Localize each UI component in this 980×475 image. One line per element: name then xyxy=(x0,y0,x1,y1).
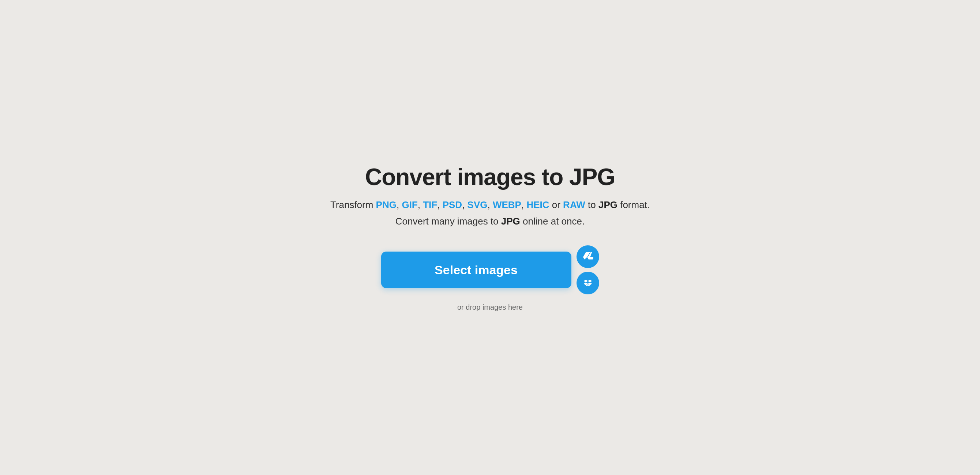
cloud-buttons xyxy=(576,245,599,294)
second-line-bold: JPG xyxy=(501,216,520,227)
comma4: , xyxy=(462,199,467,210)
to-text: to xyxy=(585,199,598,210)
format-heic: HEIC xyxy=(527,199,549,210)
comma6: , xyxy=(521,199,527,210)
main-container: Convert images to JPG Transform PNG, GIF… xyxy=(326,164,655,311)
drop-text: or drop images here xyxy=(457,303,523,311)
format-psd: PSD xyxy=(442,199,462,210)
format-png: PNG xyxy=(376,199,396,210)
format-webp: WEBP xyxy=(493,199,521,210)
target-format: JPG xyxy=(598,199,617,210)
subtitle-line2: Convert many images to JPG online at onc… xyxy=(395,216,585,227)
page-title: Convert images to JPG xyxy=(365,164,615,191)
subtitle-line1: Transform PNG, GIF, TIF, PSD, SVG, WEBP,… xyxy=(330,198,650,212)
second-line-prefix: Convert many images to xyxy=(395,216,501,227)
subtitle-prefix: Transform xyxy=(330,199,376,210)
format-end: format. xyxy=(617,199,650,210)
dropbox-icon xyxy=(582,278,593,289)
second-line-suffix: online at once. xyxy=(520,216,585,227)
comma2: , xyxy=(418,199,423,210)
format-raw: RAW xyxy=(563,199,585,210)
google-drive-icon xyxy=(582,251,593,262)
comma3: , xyxy=(437,199,442,210)
comma1: , xyxy=(396,199,402,210)
comma5: , xyxy=(488,199,493,210)
format-svg: SVG xyxy=(468,199,488,210)
or-text: or xyxy=(549,199,563,210)
select-images-button[interactable]: Select images xyxy=(381,252,571,288)
google-drive-button[interactable] xyxy=(576,245,599,268)
dropbox-button[interactable] xyxy=(576,272,599,294)
action-area: Select images xyxy=(381,245,599,294)
format-tif: TIF xyxy=(423,199,437,210)
format-gif: GIF xyxy=(402,199,417,210)
